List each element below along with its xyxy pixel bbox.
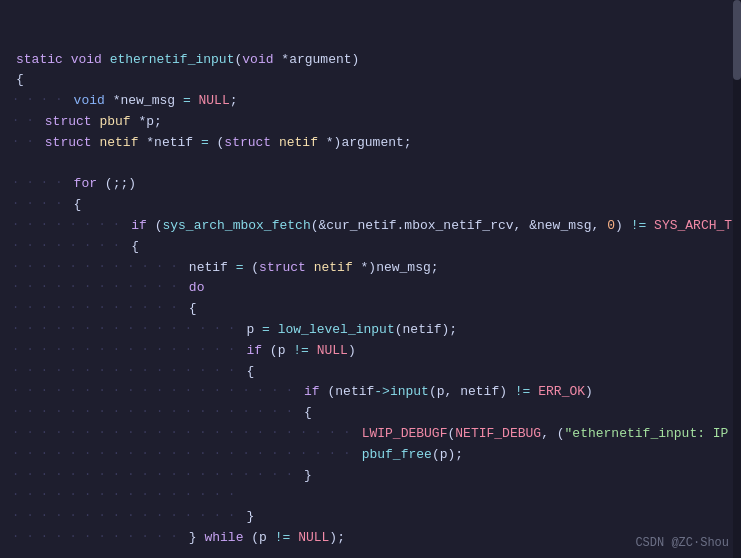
line-code: { [131,237,729,258]
line-indent-dots: · · · · · · · · · · · · · · · · [12,362,242,383]
code-editor: static void ethernetif_input(void *argum… [0,0,741,558]
line-code: } [304,466,729,487]
line-code: for (;;) [74,174,729,195]
line-code: void *new_msg = NULL; [74,91,729,112]
code-line: · · · · void *new_msg = NULL; [0,91,741,112]
line-code: netif = (struct netif *)new_msg; [189,258,729,279]
code-line: · · · · · · · · · · · · · · · · p = low_… [0,320,741,341]
line-indent-dots: · · · · · · · · · · · · [12,299,185,320]
code-line: · · · · { [0,195,741,216]
code-line: · · · · · · · · · · · · { [0,299,741,320]
line-code: if (netif->input(p, netif) != ERR_OK) [304,382,729,403]
line-code [16,154,729,175]
code-line: · · · · · · · · · · · · · · · · · · · · … [0,445,741,466]
code-line: · · · · · · · · · · · · } while (p != NU… [0,528,741,549]
line-indent-dots: · · · · · · · · · · · · [12,528,185,549]
line-indent-dots: · · · · · · · · · · · · · · · · · · · · [12,466,300,487]
code-line: · · struct netif *netif = (struct netif … [0,133,741,154]
code-content: static void ethernetif_input(void *argum… [0,0,741,558]
code-line: · · · · · · · · · · · · · · · · · · · · … [0,403,741,424]
line-code: do [189,278,729,299]
line-code: struct pbuf *p; [45,112,729,133]
code-line: · · · · · · · · · · · · · · · · · · · · … [0,466,741,487]
line-code: struct netif *netif = (struct netif *)ar… [45,133,729,154]
code-line: static void ethernetif_input(void *argum… [0,50,741,71]
line-indent-dots: · · · · · · · · · · · · [12,278,185,299]
scrollbar-track[interactable] [733,0,741,558]
code-line [0,549,741,558]
code-line: · · · · · · · · · · · · · · · · { [0,362,741,383]
code-line: · · · · · · · · if (sys_arch_mbox_fetch(… [0,216,741,237]
line-indent-dots: · · · · · · · · · · · · [12,258,185,279]
code-line: · · struct pbuf *p; [0,112,741,133]
line-indent-dots: · · · · [12,91,70,112]
line-code: LWIP_DEBUGF(NETIF_DEBUG, ("ethernetif_in… [362,424,741,445]
line-indent-dots: · · · · · · · · · · · · · · · · · · · · … [12,445,358,466]
line-indent-dots: · · [12,133,41,154]
line-indent-dots: · · · · · · · · · · · · · · · · · · · · [12,382,300,403]
watermark-text: CSDN @ZC·Shou [635,536,729,550]
line-code: pbuf_free(p); [362,445,729,466]
line-indent-dots: · · · · · · · · · · · · · · · · · · · · … [12,424,358,445]
code-line: · · · · for (;;) [0,174,741,195]
line-indent-dots: · · · · · · · · · · · · · · · · [12,320,242,341]
line-indent-dots: · · · · · · · · · · · · · · · · · · · · [12,403,300,424]
line-code: { [304,403,729,424]
code-line: · · · · · · · · · · · · · · · · } [0,507,741,528]
code-line: · · · · · · · · · · · · · · · · [0,486,741,507]
code-line: { [0,70,741,91]
code-line: · · · · · · · · · · · · · · · · · · · · … [0,382,741,403]
code-line: · · · · · · · · · · · · · · · · if (p !=… [0,341,741,362]
line-indent-dots: · · · · · · · · · · · · · · · · [12,486,242,507]
line-code: { [246,362,729,383]
code-line: · · · · · · · · · · · · netif = (struct … [0,258,741,279]
line-indent-dots: · · · · [12,174,70,195]
line-code: static void ethernetif_input(void *argum… [16,50,729,71]
line-code: } [246,507,729,528]
line-indent-dots: · · · · · · · · [12,216,127,237]
line-code: if (p != NULL) [246,341,729,362]
line-code: { [189,299,729,320]
code-line: · · · · · · · · · · · · do [0,278,741,299]
line-indent-dots: · · · · · · · · · · · · · · · · [12,341,242,362]
code-line [0,154,741,175]
line-code: { [74,195,729,216]
line-indent-dots: · · · · · · · · · · · · · · · · [12,507,242,528]
line-code [246,486,729,507]
code-line: · · · · · · · · { [0,237,741,258]
line-code [16,549,729,558]
line-indent-dots: · · [12,112,41,133]
line-code: p = low_level_input(netif); [246,320,729,341]
line-code: if (sys_arch_mbox_fetch(&cur_netif.mbox_… [131,216,741,237]
line-code: { [16,70,729,91]
line-indent-dots: · · · · · · · · [12,237,127,258]
scrollbar-thumb[interactable] [733,0,741,80]
line-indent-dots: · · · · [12,195,70,216]
code-line: · · · · · · · · · · · · · · · · · · · · … [0,424,741,445]
